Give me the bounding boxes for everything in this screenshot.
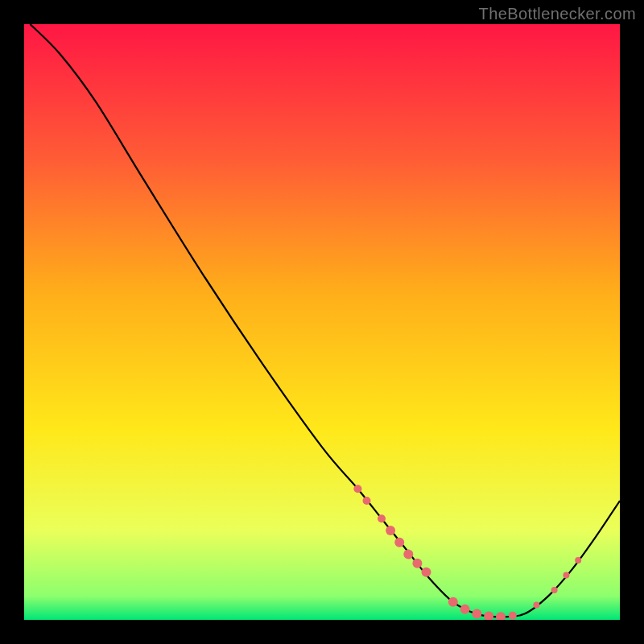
data-dot [363, 497, 371, 505]
data-dot [378, 514, 386, 522]
data-dot [422, 568, 431, 577]
data-dot [386, 526, 395, 535]
gradient-background [24, 24, 620, 620]
credit-label: TheBottlenecker.com [479, 5, 636, 23]
data-dot [412, 559, 422, 568]
chart-frame: TheBottlenecker.com [0, 0, 644, 644]
data-dot [448, 597, 458, 607]
bottleneck-chart [24, 24, 620, 620]
data-dot [563, 572, 569, 579]
data-dot [403, 550, 413, 559]
data-dot [533, 602, 539, 609]
data-dot [551, 587, 558, 593]
data-dot [472, 609, 481, 619]
data-dot [575, 557, 581, 564]
data-dot [353, 485, 361, 493]
data-dot [394, 538, 404, 547]
data-dot [509, 612, 517, 620]
data-dot [460, 605, 470, 614]
